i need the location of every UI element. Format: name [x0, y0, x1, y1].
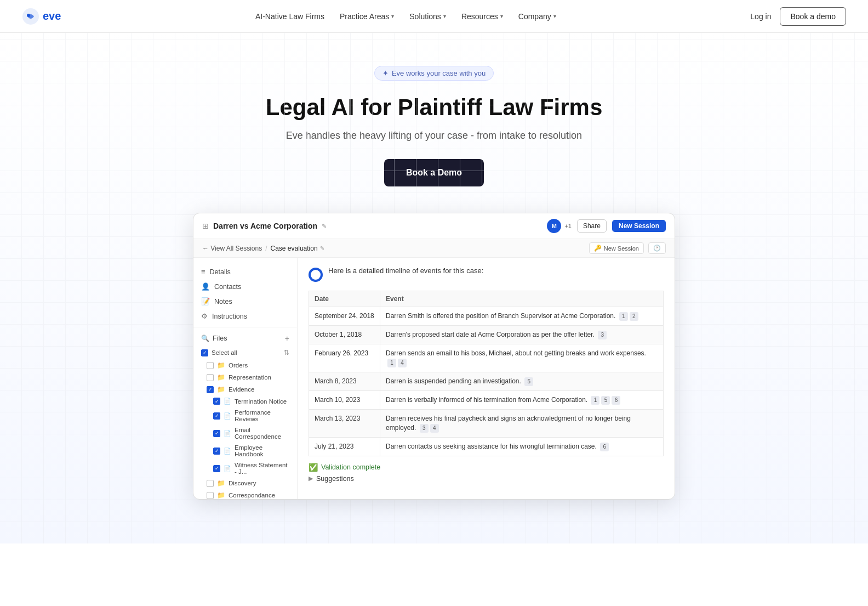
folder-icon: 📁	[217, 479, 225, 487]
sidebar-item-instructions[interactable]: ⚙ Instructions	[193, 309, 297, 324]
timeline-event: Darren is suspended pending an investiga…	[380, 372, 664, 391]
instructions-icon: ⚙	[201, 312, 208, 320]
hero-section: ✦ Eve works your case with you Legal AI …	[0, 33, 868, 543]
file-termination-checkbox[interactable]	[213, 398, 220, 405]
table-row: February 26, 2023Darren sends an email t…	[309, 344, 664, 372]
folder-discovery[interactable]: 📁 Discovery	[193, 477, 297, 489]
file-icon: 📄	[224, 448, 231, 455]
edit-icon[interactable]: ✎	[322, 223, 327, 230]
folder-correspondance[interactable]: 📁 Correspondance	[193, 489, 297, 499]
breadcrumb-back-link[interactable]: ← View All Sessions	[202, 245, 262, 252]
nav-link-resources[interactable]: Resources ▾	[461, 12, 503, 21]
ref-badge[interactable]: 5	[601, 396, 610, 405]
timeline-date: October 1, 2018	[309, 326, 380, 344]
clock-icon: 🕐	[653, 245, 661, 252]
folder-evidence-checkbox[interactable]	[207, 386, 214, 393]
file-employee-handbook[interactable]: 📄 Employee Handbook	[193, 442, 297, 460]
table-row: March 13, 2023Darren receives his final …	[309, 410, 664, 438]
breadcrumb-bar: ← View All Sessions / Case evaluation ✎ …	[193, 239, 675, 258]
timeline-date: July 21, 2023	[309, 437, 380, 456]
file-witness-statement[interactable]: 📄 Witness Statement - J...	[193, 460, 297, 477]
ref-badge[interactable]: 4	[398, 359, 407, 367]
folder-icon: 📁	[217, 386, 225, 393]
timeline-table: Date Event September 24, 2018Darren Smit…	[309, 291, 664, 456]
validation-row: ✅ Validation complete	[309, 463, 664, 472]
sidebar-item-details[interactable]: ≡ Details	[193, 264, 297, 279]
timeline-event: Darren contacts us seeking assistance fo…	[380, 437, 664, 456]
timeline-date: March 13, 2023	[309, 410, 380, 438]
sidebar-divider	[193, 327, 297, 327]
col-event: Event	[380, 291, 664, 307]
table-row: March 8, 2023Darren is suspended pending…	[309, 372, 664, 391]
svg-point-1	[27, 14, 30, 17]
notes-icon: 📝	[201, 297, 210, 305]
book-demo-button[interactable]: Book a Demo	[384, 159, 484, 186]
folder-representation-checkbox[interactable]	[207, 374, 214, 381]
file-email-correspondence[interactable]: 📄 Email Correspondence	[193, 424, 297, 442]
nav-link-solutions[interactable]: Solutions ▾	[409, 12, 446, 21]
share-button[interactable]: Share	[577, 219, 607, 233]
nav-link-ai-firms[interactable]: AI-Native Law Firms	[255, 12, 324, 21]
table-row: September 24, 2018Darren Smith is offere…	[309, 307, 664, 326]
contacts-icon: 👤	[201, 282, 210, 291]
select-all-checkbox[interactable]	[201, 349, 208, 356]
sidebar-item-notes[interactable]: 📝 Notes	[193, 294, 297, 309]
breadcrumb-separator: /	[265, 245, 267, 252]
table-row: March 10, 2023Darren is verbally informe…	[309, 391, 664, 410]
new-session-breadcrumb-button[interactable]: 🔑 New Session	[589, 242, 644, 254]
book-demo-nav-button[interactable]: Book a demo	[780, 7, 846, 26]
ref-badge[interactable]: 6	[612, 396, 620, 405]
select-all-icon[interactable]: ⇅	[284, 349, 289, 356]
key-icon: 🔑	[594, 245, 602, 252]
chat-message-text: Here is a detailed timeline of events fo…	[328, 267, 483, 275]
table-row: July 21, 2023Darren contacts us seeking …	[309, 437, 664, 456]
file-witness-checkbox[interactable]	[213, 465, 220, 472]
folder-evidence[interactable]: 📁 Evidence	[193, 383, 297, 395]
nav-link-practice-areas[interactable]: Practice Areas ▾	[340, 12, 394, 21]
nav-links: AI-Native Law Firms Practice Areas ▾ Sol…	[255, 12, 556, 21]
file-email-checkbox[interactable]	[213, 430, 220, 437]
file-performance-reviews[interactable]: 📄 Performance Reviews	[193, 407, 297, 424]
login-button[interactable]: Log in	[750, 12, 771, 21]
nav-actions: Log in Book a demo	[750, 7, 846, 26]
timeline-event: Darren Smith is offered the position of …	[380, 307, 664, 326]
ref-badge[interactable]: 3	[420, 424, 429, 433]
timeline-date: March 10, 2023	[309, 391, 380, 410]
history-button[interactable]: 🕐	[648, 242, 666, 254]
chevron-down-icon: ▾	[391, 13, 394, 19]
ref-badge[interactable]: 3	[598, 331, 607, 339]
files-add-button[interactable]: +	[285, 334, 289, 343]
file-handbook-checkbox[interactable]	[213, 448, 220, 455]
folder-representation[interactable]: 📁 Representation	[193, 371, 297, 383]
ref-badge[interactable]: 6	[600, 443, 609, 451]
folder-discovery-checkbox[interactable]	[207, 480, 214, 487]
folder-correspondance-checkbox[interactable]	[207, 492, 214, 499]
nav-link-company[interactable]: Company ▾	[518, 12, 556, 21]
file-performance-checkbox[interactable]	[213, 412, 220, 420]
folder-orders[interactable]: 📁 Orders	[193, 359, 297, 371]
navbar: eve AI-Native Law Firms Practice Areas ▾…	[0, 0, 868, 33]
details-icon: ≡	[201, 268, 205, 276]
folder-orders-checkbox[interactable]	[207, 362, 214, 369]
ref-badge[interactable]: 1	[387, 359, 396, 367]
timeline-event: Darren's proposed start date at Acme Cor…	[380, 326, 664, 344]
folder-icon: 📁	[217, 491, 225, 499]
edit-icon-sm[interactable]: ✎	[320, 245, 324, 251]
ref-badge[interactable]: 1	[591, 396, 599, 405]
grid-icon: ⊞	[202, 222, 209, 230]
file-icon: 📄	[224, 398, 231, 405]
ref-badge[interactable]: 5	[524, 377, 533, 386]
new-session-topbar-button[interactable]: New Session	[612, 220, 666, 232]
suggestions-row[interactable]: ▶ Suggestions	[309, 475, 664, 483]
logo[interactable]: eve	[22, 8, 61, 25]
hero-badge: ✦ Eve works your case with you	[374, 66, 494, 81]
file-termination-notice[interactable]: 📄 Termination Notice	[193, 395, 297, 407]
ref-badge[interactable]: 2	[630, 312, 638, 321]
ref-badge[interactable]: 4	[430, 424, 439, 433]
chevron-down-icon: ▾	[500, 13, 503, 19]
search-icon: 🔍	[201, 335, 209, 342]
app-topbar-left: ⊞ Darren vs Acme Corporation ✎	[202, 222, 327, 230]
ref-badge[interactable]: 1	[619, 312, 628, 321]
chevron-right-icon: ▶	[309, 475, 313, 482]
sidebar-item-contacts[interactable]: 👤 Contacts	[193, 279, 297, 294]
